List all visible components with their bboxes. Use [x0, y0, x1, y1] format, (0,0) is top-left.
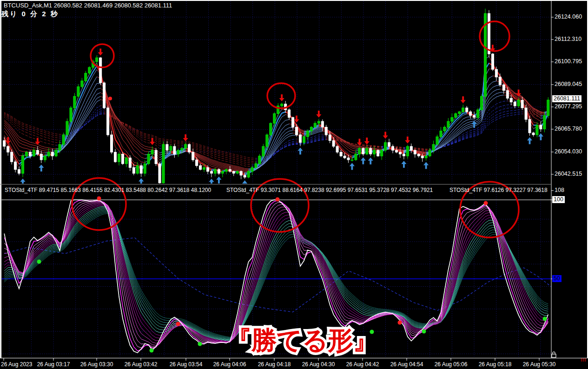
buy-arrow-icon: [39, 165, 44, 171]
price-axis-label: 26112.310: [555, 36, 581, 42]
overbought-dot: [276, 198, 280, 202]
buy-arrow-icon: [297, 148, 303, 155]
indicator-scale-top: 108: [555, 187, 564, 193]
time-axis-label: 26 Aug 04:54: [381, 361, 432, 368]
price-axis-label: 26054.030: [555, 148, 582, 155]
chart-shift-marker: [585, 358, 586, 362]
oversold-dot: [543, 317, 547, 321]
indicator-label-3: STOStd_4TF 97.6126 97.3227 97.3618: [449, 187, 548, 193]
annotation-text: 『勝てる形』 『勝てる形』: [174, 323, 430, 356]
chart-canvas[interactable]: [0, 0, 588, 369]
annotation-fill: 『勝てる形』: [174, 323, 430, 358]
price-axis-label: 26100.795: [555, 58, 582, 65]
buy-arrow-icon: [350, 163, 355, 170]
time-axis-label: 26 Aug 04:18: [249, 361, 300, 368]
time-axis-label: 26 Aug 03:30: [71, 361, 122, 368]
ohlc-readout: BTCUSD_Ask,M1 26080.582 26081.469 26080.…: [4, 2, 172, 9]
sell-arrow-icon: [316, 111, 321, 118]
sell-arrow-icon: [279, 94, 284, 101]
time-axis-label: 26 Aug 05:06: [425, 361, 476, 368]
mt4-chart-window: BTCUSD_Ask,M1 26080.582 26081.469 26080.…: [0, 0, 588, 369]
chart-shift-marker: [581, 358, 582, 362]
buy-arrow-icon: [423, 162, 429, 169]
time-axis-label: 26 Aug 04:30: [293, 361, 344, 368]
annotation-circle: [72, 178, 126, 230]
buy-arrow-icon: [242, 180, 247, 187]
candles-layer: [3, 9, 549, 186]
price-signal-dot: [108, 97, 112, 100]
buy-arrow-icon: [527, 137, 532, 144]
overbought-dot: [97, 197, 101, 201]
current-price-badge: 26081.111: [552, 95, 581, 102]
candle-timer: 残り 0 分 2 秒: [1, 10, 59, 19]
sell-arrow-icon: [461, 96, 466, 103]
time-axis-label: 26 Aug 04:42: [337, 361, 388, 368]
oversold-dot: [150, 349, 154, 353]
sell-arrow-icon: [405, 137, 410, 144]
annotation-circle: [91, 44, 114, 67]
buy-arrow-icon: [361, 158, 366, 165]
sell-arrow-icon: [98, 49, 103, 56]
sell-arrow-icon: [357, 138, 362, 145]
price-axis-label: 26089.045: [555, 81, 582, 87]
price-axis-label: 26042.515: [555, 171, 582, 177]
buy-arrow-icon: [368, 158, 373, 165]
buy-arrow-icon: [216, 177, 221, 184]
indicator-midlevel-badge: 50: [552, 275, 562, 282]
overbought-dot: [484, 201, 488, 205]
sell-arrow-icon: [150, 138, 155, 145]
price-axis-label: 26077.295: [555, 103, 582, 110]
time-axis-label: 26 Aug 03:42: [115, 361, 166, 368]
time-axis-label: 26 Aug 05:30: [514, 361, 565, 368]
time-axis-label: 26 Aug 04:06: [204, 361, 255, 368]
buy-arrow-icon: [209, 178, 214, 185]
indicator-overbought-badge: 100: [552, 196, 565, 203]
buy-arrow-icon: [538, 133, 543, 140]
indicator-label-2: STOStd_4TF 93.3071 88.6164 97.8238 92.69…: [226, 187, 433, 193]
lock-icon: [552, 352, 586, 362]
price-axis-label: 26124.060: [555, 13, 582, 20]
sell-arrow-icon: [383, 132, 388, 139]
indicator-label-1: STOStd_4TF 89.4715 85.1663 86.4155 82.43…: [5, 187, 211, 193]
sell-arrow-icon: [183, 134, 188, 141]
sell-arrow-icon: [364, 138, 370, 145]
buy-arrow-icon: [401, 161, 406, 168]
chart-shift-marker: [583, 358, 584, 362]
time-axis-label: 26 Aug 05:18: [469, 361, 521, 368]
oversold-dot: [37, 260, 41, 264]
price-axis-label: 26065.780: [555, 125, 582, 132]
